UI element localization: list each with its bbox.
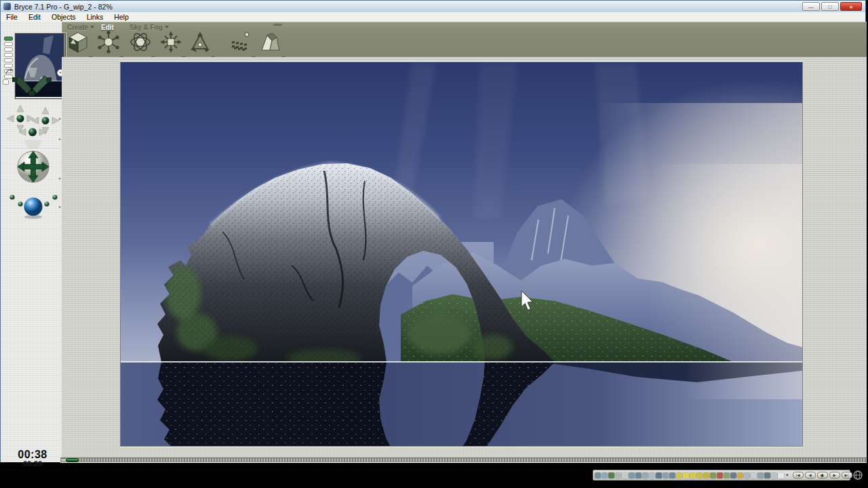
tray-icon[interactable] — [595, 472, 601, 479]
menu-edit[interactable]: Edit — [23, 12, 46, 22]
tray-icons — [595, 472, 784, 479]
tray-icon[interactable] — [669, 472, 675, 479]
tab-arrow-icon — [165, 26, 169, 28]
tray-icon[interactable] — [778, 472, 784, 479]
tray-icon[interactable] — [663, 472, 669, 479]
toolbar-handle[interactable] — [273, 24, 282, 26]
media-buttons: |◀◀●▶▶| — [793, 472, 852, 479]
menu-objects[interactable]: Objects — [46, 12, 81, 22]
maximize-button[interactable]: □ — [821, 2, 839, 11]
rotate-tool-icon[interactable] — [127, 30, 153, 54]
pan-sphere[interactable] — [13, 146, 54, 187]
menu-links[interactable]: Links — [81, 12, 109, 22]
tray-icon[interactable] — [683, 472, 689, 479]
menu-bar: File Edit Objects Links Help — [1, 12, 865, 22]
tray-icon[interactable] — [656, 472, 662, 479]
tray-icon[interactable] — [751, 472, 757, 479]
tray-icon[interactable] — [635, 472, 642, 479]
camera-palette: ▸ ▸ ▸ ▸ — [1, 22, 62, 462]
tray-icon[interactable] — [703, 472, 709, 479]
palette-flyout-icon[interactable]: ▸ — [59, 205, 61, 209]
palette-mini-button[interactable] — [3, 79, 9, 85]
resize-tool-icon[interactable] — [96, 30, 121, 54]
tray-icon[interactable] — [622, 472, 628, 479]
window-title: Bryce 7.1 Pro - G_wip_2 - 82% — [14, 3, 113, 11]
tray-icon[interactable] — [696, 472, 703, 479]
alignment-tool-icon[interactable] — [187, 30, 213, 54]
tray-icon[interactable] — [649, 472, 655, 479]
menu-help[interactable]: Help — [108, 12, 134, 22]
tray-icon[interactable] — [764, 472, 770, 479]
tray-icon[interactable] — [737, 472, 743, 479]
network-globe-icon[interactable] — [853, 470, 863, 480]
tray-icon[interactable] — [724, 472, 730, 479]
record-button[interactable]: ● — [817, 472, 828, 479]
edit-materials-icon[interactable] — [65, 30, 91, 54]
palette-flyout-icon[interactable]: ▸ — [59, 117, 61, 121]
reposition-tool-icon[interactable] — [158, 30, 184, 54]
tray-icon[interactable] — [710, 472, 716, 479]
tray-icon[interactable] — [676, 472, 682, 479]
video-frame: Bryce 7.1 Pro - G_wip_2 - 82% — □ × File… — [0, 0, 868, 488]
tray-icon[interactable] — [642, 472, 648, 479]
palette-divider — [3, 148, 59, 149]
horizon-line — [121, 361, 802, 363]
tray-icon[interactable] — [717, 472, 723, 479]
skip-forward-button[interactable]: ▶| — [842, 472, 852, 479]
title-bar[interactable]: Bryce 7.1 Pro - G_wip_2 - 82% — □ × — [1, 1, 865, 13]
view-compass[interactable] — [11, 66, 53, 102]
orbit-controls[interactable] — [3, 102, 60, 151]
render-viewport[interactable] — [120, 62, 803, 447]
tray-icon[interactable] — [744, 472, 750, 479]
skip-back-button[interactable]: |◀ — [793, 472, 804, 479]
close-button[interactable]: × — [840, 2, 862, 11]
minimize-button[interactable]: — — [802, 2, 820, 11]
tray-icon[interactable] — [771, 472, 777, 479]
taskbar: ▾ |◀◀●▶▶| — [0, 469, 868, 488]
tray-icon[interactable] — [690, 472, 696, 479]
workspace — [62, 57, 867, 458]
palette-flyout-icon[interactable]: ▸ — [59, 176, 61, 180]
bryce-window: Bryce 7.1 Pro - G_wip_2 - 82% — □ × File… — [0, 0, 866, 462]
camera-trackball[interactable] — [3, 192, 64, 221]
terrain-editor-icon[interactable] — [258, 30, 283, 54]
timer-remaining: 00:20 — [12, 460, 54, 468]
render-progress-bar — [60, 458, 867, 463]
tray-icon[interactable] — [601, 472, 608, 479]
tray-icon[interactable] — [730, 472, 736, 479]
app-icon — [3, 3, 11, 10]
edit-toolbar: Create Edit Sky & Fog — [62, 22, 867, 58]
tray-icon[interactable] — [757, 472, 764, 479]
tray-overflow-chevron-icon[interactable]: ▾ — [786, 472, 789, 478]
system-tray: ▾ |◀◀●▶▶| — [593, 470, 850, 481]
step-back-button[interactable]: ◀ — [805, 472, 816, 479]
water — [121, 361, 802, 446]
tab-arrow-icon — [90, 26, 94, 28]
progress-fill — [66, 458, 79, 462]
tray-icon[interactable] — [608, 472, 614, 479]
tray-icon[interactable] — [629, 472, 635, 479]
tray-icon[interactable] — [615, 472, 621, 479]
menu-file[interactable]: File — [1, 12, 23, 22]
randomize-tool-icon[interactable] — [228, 30, 254, 54]
play-button[interactable]: ▶ — [829, 472, 840, 479]
palette-flyout-icon[interactable]: ▸ — [59, 137, 61, 141]
